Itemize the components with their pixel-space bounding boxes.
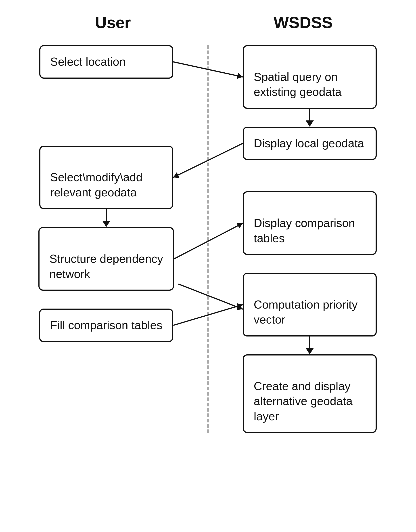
user-arrow-1 <box>102 209 110 227</box>
arrow-line <box>309 109 310 120</box>
arrow-head <box>102 221 110 227</box>
user-column-header: User <box>18 13 208 32</box>
wsdss-row-1: Spatial query on extisting geodata <box>243 45 377 109</box>
wsdss-header-label: WSDSS <box>274 14 332 31</box>
arrow-head <box>306 120 314 127</box>
user-row-3: Structure dependency network <box>38 227 174 291</box>
diagram-container: User WSDSS Select location <box>0 0 416 532</box>
select-modify-box: Select\modify\add relevant geodata <box>39 146 173 209</box>
columns-header: User WSDSS <box>18 13 398 32</box>
flow-columns: Select location Select\modify\add releva… <box>18 45 398 433</box>
computation-priority-box: Computation priority vector <box>243 273 377 337</box>
user-row-1: Select location <box>39 45 173 79</box>
display-comparison-box: Display comparison tables <box>243 191 377 255</box>
diagram-body: Select location Select\modify\add releva… <box>18 45 398 433</box>
user-row-4: Fill comparison tables <box>39 309 173 342</box>
wsdss-arrow-2 <box>306 337 314 354</box>
user-header-label: User <box>95 14 131 31</box>
arrow-line <box>106 209 107 221</box>
wsdss-row-4: Computation priority vector <box>243 273 377 337</box>
arrow-head <box>306 348 314 354</box>
create-display-box: Create and display alternative geodata l… <box>243 354 377 433</box>
wsdss-arrow-1 <box>306 109 314 127</box>
wsdss-row-2: Display local geodata <box>243 127 377 160</box>
structure-dependency-box: Structure dependency network <box>38 227 174 291</box>
wsdss-column-header: WSDSS <box>208 13 398 32</box>
arrow-line <box>309 337 310 348</box>
display-local-box: Display local geodata <box>243 127 377 160</box>
wsdss-row-3: Display comparison tables <box>243 191 377 255</box>
wsdss-row-5: Create and display alternative geodata l… <box>243 354 377 433</box>
user-row-2: Select\modify\add relevant geodata <box>39 146 173 209</box>
fill-comparison-box: Fill comparison tables <box>39 309 173 342</box>
spatial-query-box: Spatial query on extisting geodata <box>243 45 377 109</box>
user-column: Select location Select\modify\add releva… <box>18 45 208 433</box>
wsdss-column: Spatial query on extisting geodata Displ… <box>208 45 398 433</box>
select-location-box: Select location <box>39 45 173 79</box>
